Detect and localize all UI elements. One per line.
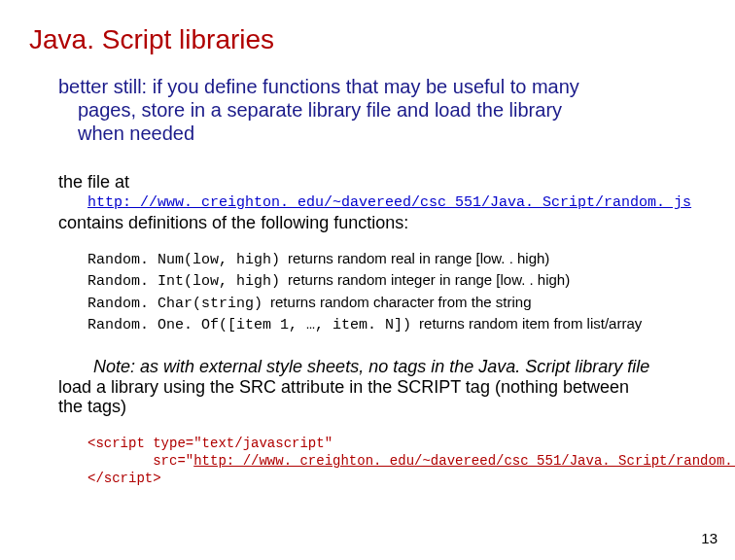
code-example: <script type="text/javascript" src="http… bbox=[88, 435, 706, 488]
function-signature: Random. Num(low, high) bbox=[88, 251, 280, 270]
load-instruction: load a library using the SRC attribute i… bbox=[58, 377, 706, 417]
intro-line-1: better still: if you define functions th… bbox=[58, 76, 579, 97]
code-line-3: </script> bbox=[88, 471, 161, 486]
note-text: Note: as with external style sheets, no … bbox=[93, 357, 706, 377]
function-row: Random. One. Of([item 1, …, item. N]) re… bbox=[88, 314, 706, 335]
function-description: returns random character from the string bbox=[270, 293, 531, 312]
intro-line-2: pages, store in a separate library file … bbox=[78, 99, 562, 121]
function-row: Random. Num(low, high) returns random re… bbox=[88, 249, 706, 270]
slide-title: Java. Script libraries bbox=[29, 24, 706, 55]
function-row: Random. Char(string) returns random char… bbox=[88, 293, 706, 314]
function-signature: Random. One. Of([item 1, …, item. N]) bbox=[88, 316, 411, 335]
code-line-2-prefix: src=" bbox=[88, 453, 193, 469]
library-url-link[interactable]: http: //www. creighton. edu/~davereed/cs… bbox=[88, 194, 706, 211]
intro-line-3: when needed bbox=[78, 122, 194, 144]
page-number: 13 bbox=[701, 530, 718, 546]
function-list: Random. Num(low, high) returns random re… bbox=[88, 249, 706, 335]
code-line-1: <script type="text/javascript" bbox=[88, 436, 332, 451]
load-line-1: load a library using the SRC attribute i… bbox=[58, 377, 629, 397]
contains-text: contains definitions of the following fu… bbox=[58, 213, 706, 233]
file-at-label: the file at bbox=[58, 172, 706, 192]
code-src-url: http: //www. creighton. edu/~davereed/cs… bbox=[193, 453, 735, 469]
function-signature: Random. Int(low, high) bbox=[88, 272, 280, 292]
load-line-2: the tags) bbox=[58, 397, 126, 416]
function-description: returns random item from list/array bbox=[419, 314, 642, 333]
function-description: returns random integer in range [low. . … bbox=[288, 270, 570, 290]
function-signature: Random. Char(string) bbox=[88, 295, 262, 314]
function-row: Random. Int(low, high) returns random in… bbox=[88, 270, 706, 292]
intro-paragraph: better still: if you define functions th… bbox=[58, 75, 706, 145]
function-description: returns random real in range [low. . hig… bbox=[288, 249, 549, 268]
